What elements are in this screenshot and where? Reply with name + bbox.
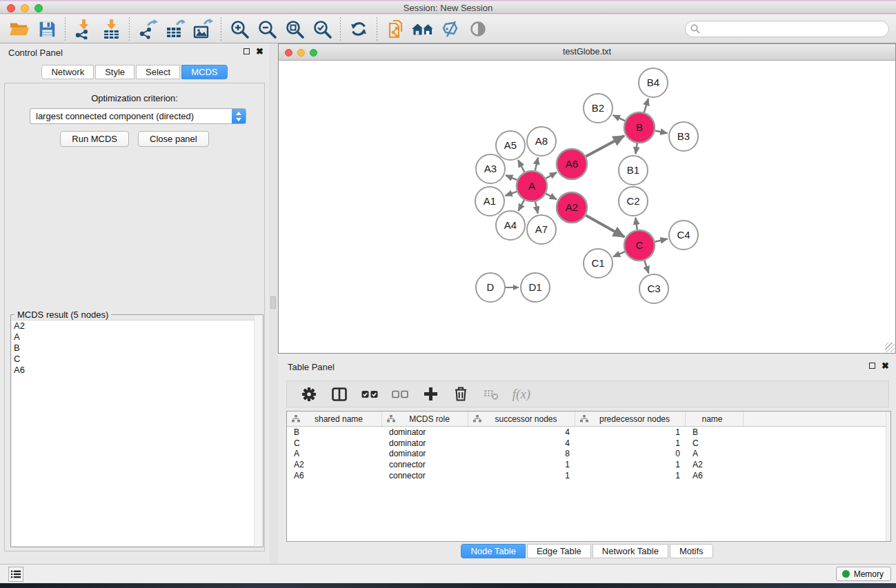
tab-select[interactable]: Select <box>136 65 180 79</box>
run-mcds-button[interactable]: Run MCDS <box>60 131 129 147</box>
column-type-icon <box>292 415 300 423</box>
graph-edge-A-A3[interactable] <box>506 175 517 180</box>
float-table-panel-icon[interactable] <box>869 363 875 369</box>
graph-edge-A-A8[interactable] <box>535 157 538 170</box>
graph-edge-C-C1[interactable] <box>613 252 625 256</box>
graph-edge-B-B1[interactable] <box>635 143 637 154</box>
network-window-titlebar: testGlobe.txt <box>279 44 895 61</box>
zoom-in-icon[interactable] <box>226 17 253 41</box>
graph-edge-A-A2[interactable] <box>546 194 557 199</box>
zoom-out-icon[interactable] <box>253 17 281 41</box>
close-table-panel-icon[interactable]: ✖ <box>882 362 889 369</box>
column-header-MCDS-role[interactable]: MCDS role <box>382 412 468 426</box>
table-tab-node-table[interactable]: Node Table <box>461 544 526 558</box>
first-neighbors-icon[interactable] <box>409 17 437 41</box>
memory-status-icon <box>842 570 850 578</box>
table-row[interactable]: A6connector11A6 <box>287 470 890 481</box>
export-image-icon[interactable] <box>189 17 217 41</box>
criterion-value: largest connected component (directed) <box>36 111 194 121</box>
network-canvas[interactable]: B4B2BB3B1A5A8A6A3AA1C2A2A4A7C4CC1C3DD1 <box>279 61 895 353</box>
table-toolbar: f(x) <box>286 381 889 407</box>
tab-style[interactable]: Style <box>95 65 135 79</box>
unselect-all-columns-icon[interactable] <box>390 385 410 404</box>
status-bar: Memory <box>0 564 896 583</box>
refresh-icon[interactable] <box>345 17 372 41</box>
show-columns-icon[interactable] <box>330 385 349 404</box>
import-table-icon[interactable] <box>97 17 125 41</box>
table-row[interactable]: A2connector11A2 <box>287 459 890 470</box>
task-history-icon[interactable] <box>8 567 23 582</box>
import-network-icon[interactable] <box>70 17 97 41</box>
table-options-gear-icon[interactable] <box>299 385 319 404</box>
close-panel-icon[interactable]: ✖ <box>256 48 263 55</box>
graph-node-label-C1: C1 <box>591 257 604 269</box>
graph-edge-A-A1[interactable] <box>506 192 517 196</box>
graph-node-label-B2: B2 <box>592 102 604 114</box>
table-scrollbar[interactable] <box>886 412 890 541</box>
graph-node-label-C3: C3 <box>647 283 660 294</box>
close-panel-button[interactable]: Close panel <box>138 131 209 147</box>
graph-edge-C-C4[interactable] <box>655 239 667 241</box>
hide-labels-icon[interactable] <box>437 17 464 41</box>
mcds-result-item[interactable]: A <box>12 332 262 343</box>
table-panel-title: Table Panel <box>288 362 335 372</box>
graph-edge-B-B2[interactable] <box>613 115 625 121</box>
graph-edge-B-B3[interactable] <box>655 131 668 134</box>
graph-node-label-C: C <box>636 239 644 251</box>
open-file-icon[interactable] <box>6 17 33 41</box>
table-tab-motifs[interactable]: Motifs <box>670 544 713 558</box>
tab-mcds[interactable]: MCDS <box>181 65 227 79</box>
delete-column-icon[interactable] <box>451 385 470 404</box>
graph-edge-B-B4[interactable] <box>644 99 648 112</box>
criterion-dropdown[interactable]: largest connected component (directed) <box>30 108 246 124</box>
delete-table-icon[interactable] <box>481 385 501 404</box>
table-row[interactable]: Bdominator41B <box>287 427 890 438</box>
mcds-result-list[interactable]: A2ABCA6 <box>12 320 262 546</box>
table-tab-edge-table[interactable]: Edge Table <box>527 544 591 558</box>
graph-edge-C-C3[interactable] <box>644 261 648 273</box>
table-tab-network-table[interactable]: Network Table <box>593 544 668 558</box>
graph-node-label-B: B <box>636 121 643 133</box>
mcds-result-item[interactable]: A2 <box>12 321 262 332</box>
graph-edge-A2-C[interactable] <box>586 215 624 237</box>
panel-divider[interactable] <box>269 43 278 564</box>
column-header-predecessor-nodes[interactable]: predecessor nodes <box>575 412 686 426</box>
result-scrollbar[interactable] <box>254 315 263 547</box>
graph-edge-A6-B[interactable] <box>586 136 624 156</box>
mcds-result-item[interactable]: A6 <box>12 365 262 376</box>
zoom-fit-icon[interactable] <box>281 17 308 41</box>
graph-edge-A-A5[interactable] <box>518 160 524 172</box>
export-network-icon[interactable] <box>134 17 161 41</box>
mcds-result-item[interactable]: B <box>12 343 262 354</box>
select-all-columns-icon[interactable] <box>360 385 379 404</box>
column-header-shared-name[interactable]: shared name <box>287 412 382 426</box>
memory-button[interactable]: Memory <box>836 567 891 581</box>
table-panel-tabs: Node TableEdge TableNetwork TableMotifs <box>278 544 896 558</box>
graph-edge-C-C2[interactable] <box>635 218 637 230</box>
table-header-row[interactable]: shared nameMCDS rolesuccessor nodesprede… <box>287 412 890 427</box>
network-view-window: testGlobe.txt B4B2BB3B1A5A8A6A3AA1C2A2A4… <box>278 43 896 354</box>
column-header-name[interactable]: name <box>686 412 744 426</box>
search-input[interactable] <box>685 21 889 37</box>
float-panel-icon[interactable] <box>243 48 250 54</box>
graph-edge-A-A6[interactable] <box>546 172 557 179</box>
graph-edge-A-A7[interactable] <box>535 201 538 213</box>
zoom-selected-icon[interactable] <box>308 17 336 41</box>
add-column-icon[interactable] <box>421 385 440 404</box>
table-row[interactable]: Cdominator41C <box>287 438 890 449</box>
new-network-from-selection-icon[interactable] <box>381 17 409 41</box>
mcds-result-item[interactable]: C <box>12 354 262 365</box>
resize-grip-icon[interactable] <box>885 343 895 352</box>
graph-edge-A-A4[interactable] <box>518 200 524 211</box>
divider-handle[interactable] <box>270 296 276 309</box>
save-session-icon[interactable] <box>33 17 61 41</box>
tab-network[interactable]: Network <box>41 65 94 79</box>
table-row[interactable]: Adominator80A <box>287 448 890 459</box>
column-header-successor-nodes[interactable]: successor nodes <box>468 412 575 426</box>
graph-node-label-A8: A8 <box>535 135 548 147</box>
function-builder-icon[interactable]: f(x) <box>512 385 531 404</box>
graphics-details-icon[interactable] <box>464 17 492 41</box>
window-title: Session: New Session <box>0 3 896 13</box>
export-table-icon[interactable] <box>161 17 189 41</box>
dropdown-stepper-icon[interactable] <box>232 109 246 123</box>
